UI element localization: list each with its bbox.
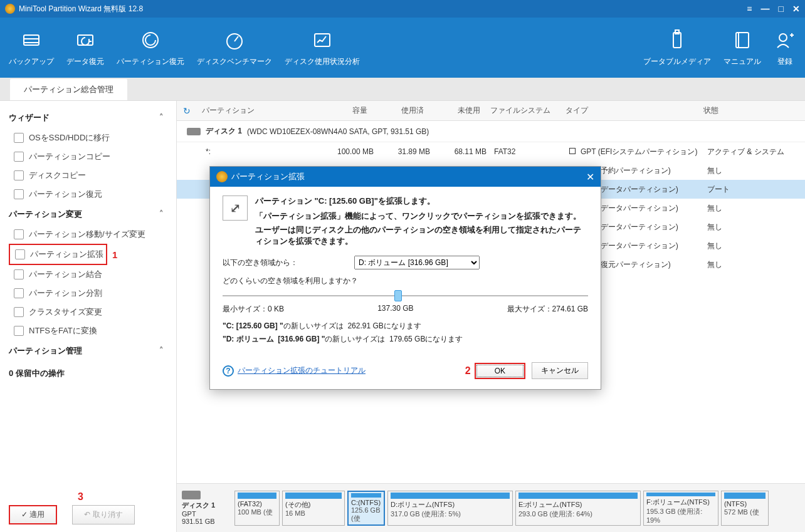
annotation-2: 2 bbox=[465, 365, 471, 377]
bootable-button[interactable]: ブータブルメディア bbox=[637, 25, 717, 71]
sidebar-item-merge[interactable]: パーティション結合 bbox=[9, 265, 176, 284]
cancel-button[interactable]: キャンセル bbox=[532, 362, 588, 379]
chevron-up-icon: ˄ bbox=[159, 112, 164, 123]
expand-icon: ⤢ bbox=[223, 196, 248, 221]
svg-line-6 bbox=[234, 36, 238, 41]
app-icon bbox=[5, 4, 15, 14]
part-recovery-icon bbox=[139, 29, 162, 51]
recovery-icon bbox=[74, 29, 97, 51]
annotation-3: 3 bbox=[78, 491, 167, 503]
help-icon[interactable]: ? bbox=[223, 365, 234, 377]
benchmark-button[interactable]: ディスクベンチマーク bbox=[191, 25, 278, 71]
new-size-d: "D: ボリューム [316.96 GB] "の新しいサイズは 179.65 G… bbox=[223, 334, 588, 345]
dialog-titlebar[interactable]: パーティション拡張 ✕ bbox=[210, 167, 601, 187]
main-toolbar: バックアップ データ復元 パーティション復元 ディスクベンチマーク ディスク使用… bbox=[0, 18, 805, 78]
sidebar-item-split[interactable]: パーティション分割 bbox=[9, 284, 176, 303]
chevron-up-icon: ˄ bbox=[159, 209, 164, 220]
svg-rect-7 bbox=[315, 34, 330, 46]
book-icon bbox=[731, 29, 754, 51]
backup-icon bbox=[20, 29, 43, 51]
titlebar: MiniTool Partition Wizard 無料版 12.8 ≡ — □… bbox=[0, 0, 805, 18]
app-icon bbox=[216, 171, 228, 182]
tutorial-link[interactable]: パーティション拡張のチュートリアル bbox=[238, 365, 366, 376]
svg-point-12 bbox=[779, 34, 787, 41]
mid-size: 137.30 GB bbox=[377, 304, 413, 315]
copy-icon bbox=[14, 152, 24, 162]
window-title: MiniTool Partition Wizard 無料版 12.8 bbox=[19, 4, 747, 14]
backup-button[interactable]: バックアップ bbox=[3, 25, 60, 71]
cluster-icon bbox=[14, 307, 24, 317]
merge-icon bbox=[14, 269, 24, 279]
disk-map: ディスク 1 GPT 931.51 GB (FAT32)100 MB (使(その… bbox=[177, 483, 805, 532]
sidebar-item-move-resize[interactable]: パーティション移動/サイズ変更 bbox=[9, 225, 176, 244]
sidebar-item-os-migrate[interactable]: OSをSSD/HDDに移行 bbox=[9, 128, 176, 147]
dialog-desc1: 「パーティション拡張」機能によって、ワンクリックでパーティションを拡張できます。 bbox=[255, 211, 588, 222]
sidebar-item-extend[interactable]: パーティション拡張 bbox=[9, 244, 107, 265]
sidebar-item-cluster[interactable]: クラスタサイズ変更 bbox=[9, 303, 176, 321]
change-header[interactable]: パーティション変更˄ bbox=[9, 204, 176, 225]
extend-icon bbox=[15, 249, 25, 259]
extend-partition-dialog: パーティション拡張 ✕ ⤢ パーティション "C: [125.60 GB]"を拡… bbox=[209, 166, 601, 390]
new-size-c: "C: [125.60 GB] "の新しいサイズは 262.91 GBになります bbox=[223, 321, 588, 331]
diskmap-partition[interactable]: D:ボリューム(NTFS)317.0 GB (使用済: 5%) bbox=[387, 491, 513, 526]
undo-button[interactable]: ↶ 取り消す bbox=[72, 505, 134, 524]
partition-row[interactable]: *: 100.00 MB 31.89 MB 68.11 MB FAT32 GPT… bbox=[177, 142, 805, 161]
close-icon[interactable]: ✕ bbox=[792, 4, 800, 14]
dialog-title: パーティション拡張 bbox=[231, 171, 305, 182]
data-recovery-button[interactable]: データ復元 bbox=[60, 25, 110, 71]
sidebar-item-disk-copy[interactable]: ディスクコピー bbox=[9, 166, 176, 185]
from-label: 以下の空き領域から： bbox=[223, 258, 298, 268]
ok-button[interactable]: OK bbox=[475, 363, 525, 379]
source-partition-select[interactable]: D: ボリューム [316.96 GB] bbox=[354, 256, 480, 269]
min-size: 最小サイズ：0 KB bbox=[223, 304, 284, 315]
chevron-up-icon: ˄ bbox=[159, 345, 164, 357]
disk-map-info: ディスク 1 GPT 931.51 GB bbox=[182, 491, 232, 525]
dialog-close-icon[interactable]: ✕ bbox=[586, 171, 594, 183]
usage-icon bbox=[311, 29, 334, 51]
refresh-icon[interactable]: ↻ bbox=[177, 106, 197, 116]
column-headers: ↻ パーティション 容量 使用済 未使用 ファイルシステム タイプ 状態 bbox=[177, 101, 805, 121]
dialog-heading: パーティション "C: [125.60 GB]"を拡張します。 bbox=[255, 196, 588, 207]
diskmap-partition[interactable]: (その他)16 MB bbox=[282, 491, 345, 526]
size-slider[interactable] bbox=[223, 295, 588, 296]
sidebar-item-ntfs-fat[interactable]: NTFSをFATに変換 bbox=[9, 321, 176, 340]
diskmap-partition[interactable]: F:ボリューム(NTFS)195.3 GB (使用済: 19% bbox=[643, 491, 718, 526]
annotation-1: 1 bbox=[112, 249, 117, 260]
disk-header[interactable]: ディスク 1 (WDC WD10EZEX-08WN4A0 SATA, GPT, … bbox=[177, 121, 805, 142]
diskmap-partition[interactable]: (FAT32)100 MB (使 bbox=[234, 491, 280, 526]
partition-recovery-button[interactable]: パーティション復元 bbox=[110, 25, 191, 71]
sidebar: ウィザード˄ OSをSSD/HDDに移行 パーティションコピー ディスクコピー … bbox=[0, 101, 177, 532]
minimize-icon[interactable]: — bbox=[761, 4, 770, 14]
maximize-icon[interactable]: □ bbox=[779, 4, 784, 14]
migrate-icon bbox=[14, 133, 24, 143]
pending-operations: 0 保留中の操作 bbox=[9, 362, 176, 379]
svg-rect-8 bbox=[673, 33, 681, 48]
max-size: 最大サイズ：274.61 GB bbox=[507, 304, 588, 315]
dialog-desc2: ユーザーは同じディスク上の他のパーティションの空き領域を利用して指定されたパーテ… bbox=[255, 224, 588, 247]
manage-header[interactable]: パーティション管理˄ bbox=[9, 340, 176, 362]
user-plus-icon bbox=[774, 29, 796, 51]
usb-icon bbox=[666, 29, 688, 51]
sidebar-item-partition-copy[interactable]: パーティションコピー bbox=[9, 147, 176, 166]
wizard-header[interactable]: ウィザード˄ bbox=[9, 107, 176, 128]
svg-rect-3 bbox=[78, 35, 93, 45]
menu-icon[interactable]: ≡ bbox=[747, 4, 752, 14]
disk-icon bbox=[187, 128, 201, 135]
convert-icon bbox=[14, 326, 24, 336]
usage-button[interactable]: ディスク使用状況分析 bbox=[278, 25, 366, 71]
manual-button[interactable]: マニュアル bbox=[717, 25, 767, 71]
howmuch-label: どのくらいの空き領域を利用しますか？ bbox=[223, 276, 588, 286]
diskmap-partition[interactable]: (NTFS)572 MB (使 bbox=[721, 491, 769, 526]
diskmap-partition[interactable]: C:(NTFS)125.6 GB (使 bbox=[347, 491, 385, 526]
resize-icon bbox=[14, 229, 24, 239]
sidebar-item-partition-restore[interactable]: パーティション復元 bbox=[9, 185, 176, 204]
disk-copy-icon bbox=[14, 170, 24, 180]
tab-partition-management[interactable]: パーティション総合管理 bbox=[10, 79, 127, 100]
restore-icon bbox=[14, 189, 24, 199]
apply-button[interactable]: ✓ 適用 bbox=[9, 505, 57, 524]
disk-icon bbox=[182, 491, 201, 499]
diskmap-partition[interactable]: E:ボリューム(NTFS)293.0 GB (使用済: 64%) bbox=[515, 491, 641, 526]
svg-rect-0 bbox=[24, 35, 39, 45]
register-button[interactable]: 登録 bbox=[767, 25, 802, 71]
slider-thumb[interactable] bbox=[394, 290, 402, 301]
